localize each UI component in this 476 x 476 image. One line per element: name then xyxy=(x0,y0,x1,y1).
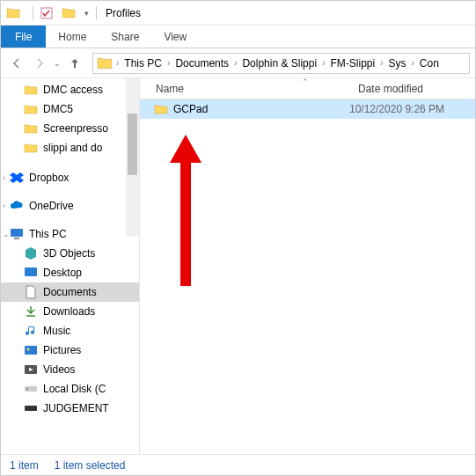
file-row[interactable]: GCPad 10/12/2020 9:26 PM xyxy=(140,99,475,119)
sidebar-item-label: Desktop xyxy=(43,267,82,279)
disk-icon xyxy=(24,382,38,396)
sidebar-item-label: DMC5 xyxy=(43,103,73,115)
dropbox-icon xyxy=(10,171,24,185)
forward-button[interactable] xyxy=(29,53,50,74)
sidebar-item-label: Downloads xyxy=(43,305,95,318)
sort-up-icon: ⌃ xyxy=(302,77,309,86)
sidebar-item-label: Videos xyxy=(43,363,75,376)
qat-dropdown-icon[interactable]: ▾ xyxy=(84,9,89,18)
main-area: DMC access DMC5 Screenpresso slippi and … xyxy=(1,78,475,454)
tab-file[interactable]: File xyxy=(1,26,46,48)
sidebar-item-label: Documents xyxy=(43,286,97,298)
status-selected: 1 item selected xyxy=(55,459,126,472)
cube-icon xyxy=(24,246,38,260)
sidebar-item-music[interactable]: Music xyxy=(1,321,139,341)
sidebar-item-desktop[interactable]: Desktop xyxy=(1,263,139,282)
desktop-icon xyxy=(24,266,38,280)
folder-icon xyxy=(24,141,38,155)
sidebar-item-judgement[interactable]: JUDGEMENT xyxy=(1,399,139,418)
tab-view[interactable]: View xyxy=(151,26,199,48)
svg-rect-2 xyxy=(14,238,19,239)
history-dropdown-icon[interactable]: ⌄ xyxy=(54,59,61,68)
sidebar-item-label: DMC access xyxy=(43,84,103,96)
tab-home[interactable]: Home xyxy=(46,26,99,48)
download-icon xyxy=(24,304,38,319)
folder-icon xyxy=(24,83,38,97)
breadcrumb-thispc[interactable]: This PC xyxy=(121,57,165,70)
chevron-right-icon[interactable]: › xyxy=(410,58,416,68)
breadcrumb-con[interactable]: Con xyxy=(416,57,443,70)
sidebar-item-dmc-access[interactable]: DMC access xyxy=(1,80,139,99)
column-name[interactable]: Name⌃ xyxy=(140,83,351,95)
nav-row: ⌄ › This PC › Documents › Dolphin & Slip… xyxy=(1,48,475,78)
status-bar: 1 item 1 item selected xyxy=(1,454,475,475)
file-name: GCPad xyxy=(173,103,349,115)
monitor-icon xyxy=(10,227,24,241)
address-bar[interactable]: › This PC › Documents › Dolphin & Slippi… xyxy=(92,53,470,74)
divider xyxy=(96,6,97,20)
ribbon-tabs: File Home Share View xyxy=(1,26,475,48)
nav-sidebar: DMC access DMC5 Screenpresso slippi and … xyxy=(1,78,140,454)
checkbox-icon[interactable] xyxy=(40,7,53,19)
folder-icon xyxy=(97,55,113,71)
sidebar-item-thispc[interactable]: ⌄This PC xyxy=(1,224,139,244)
file-list-pane: Name⌃ Date modified GCPad 10/12/2020 9:2… xyxy=(140,78,475,454)
folder-icon xyxy=(24,102,38,116)
sidebar-item-downloads[interactable]: Downloads xyxy=(1,302,139,321)
sidebar-item-label: Music xyxy=(43,325,70,337)
title-bar: ▾ Profiles xyxy=(1,1,475,26)
breadcrumb-fmslippi[interactable]: FM-Slippi xyxy=(326,57,378,70)
sidebar-item-pictures[interactable]: Pictures xyxy=(1,341,139,360)
divider xyxy=(33,6,33,20)
breadcrumb-dolphin[interactable]: Dolphin & Slippi xyxy=(238,57,320,70)
column-headers: Name⌃ Date modified xyxy=(140,78,475,99)
sidebar-item-label: Screenpresso xyxy=(43,122,108,135)
sidebar-item-label: 3D Objects xyxy=(43,247,95,260)
sidebar-item-label: Dropbox xyxy=(29,172,69,184)
column-label: Name xyxy=(156,83,184,95)
file-date: 10/12/2020 9:26 PM xyxy=(349,103,444,115)
chevron-right-icon[interactable]: › xyxy=(232,58,238,68)
chevron-right-icon[interactable]: › xyxy=(3,201,5,210)
sidebar-item-screenpresso[interactable]: Screenpresso xyxy=(1,119,139,138)
chevron-right-icon[interactable]: › xyxy=(378,58,384,68)
sidebar-item-onedrive[interactable]: ›OneDrive xyxy=(1,196,139,216)
disk-icon xyxy=(24,401,38,415)
sidebar-scrollbar[interactable] xyxy=(126,78,139,237)
chevron-right-icon[interactable]: › xyxy=(320,58,326,68)
breadcrumb-documents[interactable]: Documents xyxy=(172,57,232,70)
chevron-right-icon[interactable]: › xyxy=(114,58,121,68)
picture-icon xyxy=(24,343,38,357)
svg-rect-9 xyxy=(25,406,37,411)
document-icon xyxy=(24,285,38,299)
video-icon xyxy=(24,362,38,377)
sidebar-item-videos[interactable]: Videos xyxy=(1,360,139,379)
cloud-icon xyxy=(10,199,24,213)
chevron-down-icon[interactable]: ⌄ xyxy=(3,230,10,238)
sidebar-item-label: OneDrive xyxy=(29,200,74,212)
sidebar-item-3dobjects[interactable]: 3D Objects xyxy=(1,244,139,263)
chevron-right-icon[interactable]: › xyxy=(165,58,172,68)
svg-point-8 xyxy=(26,388,28,390)
sidebar-item-slippi[interactable]: slippi and do xyxy=(1,138,139,157)
up-button[interactable] xyxy=(64,53,85,74)
sidebar-item-dropbox[interactable]: ›Dropbox xyxy=(1,168,139,187)
sidebar-item-dmc5[interactable]: DMC5 xyxy=(1,99,139,119)
scrollbar-thumb[interactable] xyxy=(128,114,137,175)
back-button[interactable] xyxy=(6,53,27,74)
svg-point-5 xyxy=(27,348,30,351)
svg-rect-4 xyxy=(25,346,37,355)
sidebar-item-label: JUDGEMENT xyxy=(43,402,109,414)
breadcrumb-sys[interactable]: Sys xyxy=(385,57,410,70)
quick-access-toolbar xyxy=(40,6,81,20)
folder-icon[interactable] xyxy=(62,6,76,20)
sidebar-item-label: slippi and do xyxy=(43,142,102,154)
status-count: 1 item xyxy=(10,459,39,472)
sidebar-item-documents[interactable]: Documents xyxy=(1,282,139,302)
sidebar-item-label: This PC xyxy=(29,228,67,240)
column-label: Date modified xyxy=(358,83,423,95)
sidebar-item-localdisk[interactable]: Local Disk (C xyxy=(1,379,139,399)
column-date[interactable]: Date modified xyxy=(351,83,430,95)
chevron-right-icon[interactable]: › xyxy=(3,173,5,182)
tab-share[interactable]: Share xyxy=(99,26,151,48)
